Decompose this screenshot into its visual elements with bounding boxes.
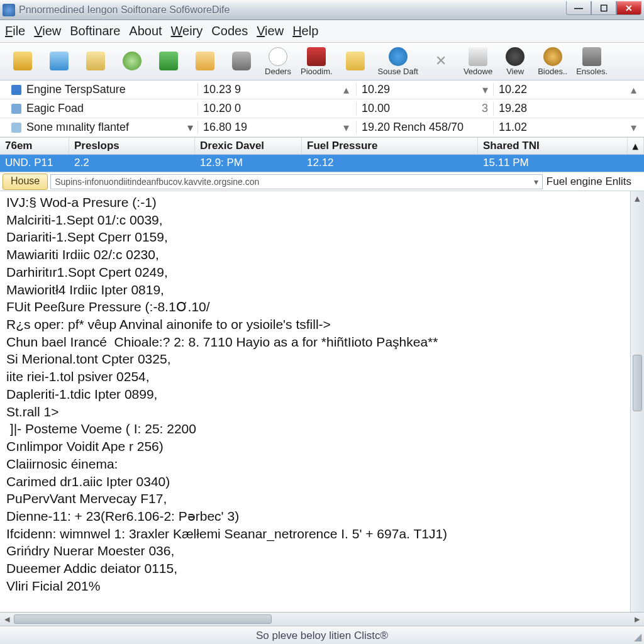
monitor-panel: Engine TerspSature10.23 9▴10.29▾10.22▴Ea… <box>0 80 644 137</box>
path-text: Supins-infonuondiitindeanfbucov.kavvite.… <box>55 177 259 187</box>
menu-boftinare[interactable]: Boftinare <box>70 24 120 38</box>
monitor-v1: 10.20 0 <box>197 102 343 115</box>
toolbar-img[interactable] <box>43 45 75 78</box>
window-titlebar: Pnnormedined Iengon Soiftonare Sof6woreD… <box>0 0 644 20</box>
toolbar-db[interactable] <box>225 45 258 78</box>
toolbar-label: Souse Daft <box>378 67 418 75</box>
toolbar-souse daft[interactable]: Souse Daft <box>375 45 421 78</box>
menu-help[interactable]: Help <box>292 24 318 38</box>
scroll-track[interactable] <box>14 613 630 626</box>
square-icon <box>11 85 21 95</box>
pen-icon <box>469 47 487 66</box>
cell-fuel: 12.12 <box>302 155 478 172</box>
menu-about[interactable]: About <box>129 24 162 38</box>
col-drexic[interactable]: Drexic Davel <box>195 138 302 154</box>
spinner-icon[interactable]: ▾ <box>343 121 356 135</box>
toolbar-label: Biodes.. <box>538 67 567 75</box>
refr-icon <box>123 52 142 70</box>
path-combobox[interactable]: Supins-infonuondiitindeanfbucov.kavvite.… <box>50 174 543 189</box>
monitor-name: Sone mınality flantef <box>26 121 129 134</box>
scroll-up-icon[interactable]: ▴ <box>631 191 644 205</box>
cube-icon <box>582 47 601 66</box>
chevron-down-icon[interactable]: ▾ <box>182 121 197 135</box>
toolbar-label: Deders <box>265 67 291 75</box>
window-buttons: — ☐ ✕ <box>566 4 641 15</box>
table-row-selected[interactable]: UND. P11 2.2 12.9: PM 12.12 15.11 PM <box>0 155 644 172</box>
lock-icon <box>13 52 32 70</box>
maximize-button[interactable]: ☐ <box>591 1 616 15</box>
scroll-thumb[interactable] <box>14 614 272 624</box>
fuel-engine-label: Fuel engine Enlits <box>547 175 631 188</box>
close-button[interactable]: ✕ <box>616 1 641 15</box>
scroll-thumb[interactable] <box>633 355 642 411</box>
minimize-button[interactable]: — <box>566 1 591 15</box>
menu-weiry[interactable]: Weiry <box>171 24 203 38</box>
toolbar-card[interactable] <box>189 45 221 78</box>
gear-icon <box>506 47 525 66</box>
menu-view[interactable]: View <box>257 24 284 38</box>
monitor-v3: 19.28 <box>493 102 628 115</box>
monitor-v1: 16.80 19 <box>197 121 343 134</box>
address-bar: House Supins-infonuondiitindeanfbucov.ka… <box>0 172 644 191</box>
spinner-icon[interactable]: 3 <box>477 102 493 115</box>
monitor-v2: 10.00 <box>356 102 477 115</box>
toolbar-fold[interactable] <box>79 45 112 78</box>
s-icon <box>159 52 178 70</box>
toolbar: DedersPioodim.Souse Daft✕VedoweViewBiode… <box>0 43 644 80</box>
toolbar-vedowe[interactable]: Vedowe <box>461 45 495 78</box>
monitor-v3: 11.02 <box>493 121 628 134</box>
square-icon <box>11 123 21 133</box>
card-icon <box>196 52 214 70</box>
scroll-up-icon[interactable]: ▴ <box>628 138 644 154</box>
toolbar-label: Ensoles. <box>576 67 608 75</box>
menu-file[interactable]: File <box>5 24 25 38</box>
x-icon: ✕ <box>431 52 450 70</box>
status-text: So pleve beloy litien Clistc® <box>256 630 388 642</box>
monitor-row[interactable]: Engine TerspSature10.23 9▴10.29▾10.22▴ <box>0 80 644 99</box>
3-icon <box>269 47 287 66</box>
scroll-right-icon[interactable]: ▸ <box>630 613 644 626</box>
cell-shared: 15.11 PM <box>478 155 644 172</box>
col-preslops[interactable]: Preslops <box>69 138 195 154</box>
monitor-v3: 10.22 <box>493 83 628 96</box>
toolbar-label: View <box>506 67 524 75</box>
menu-view[interactable]: View <box>34 24 61 38</box>
h-icon <box>307 47 326 66</box>
col-fuel[interactable]: Fuel Pressure <box>302 138 478 154</box>
square-icon <box>11 104 21 114</box>
toolbar-deders[interactable]: Deders <box>262 45 294 78</box>
vertical-scrollbar[interactable]: ▴ <box>630 191 644 612</box>
house-button[interactable]: House <box>3 174 48 190</box>
spinner-icon[interactable]: ▴ <box>343 83 356 97</box>
toolbar-s[interactable] <box>152 45 185 78</box>
status-bar: So pleve beloy litien Clistc® ◢ <box>0 626 644 644</box>
horizontal-scrollbar[interactable]: ◂ ▸ <box>0 613 644 626</box>
db-icon <box>232 52 251 70</box>
menu-codes[interactable]: Codes <box>211 24 248 38</box>
toolbar-x[interactable]: ✕ <box>425 45 457 78</box>
fold-icon <box>86 52 105 70</box>
toolbar-view[interactable]: View <box>499 45 531 78</box>
toolbar-pioodim.[interactable]: Pioodim. <box>298 45 335 78</box>
orb-icon <box>543 47 562 66</box>
monitor-row[interactable]: Sone mınality flantef▾16.80 19▾19.20 Ren… <box>0 118 644 137</box>
window-title: Pnnormedined Iengon Soiftonare Sof6woreD… <box>19 4 566 16</box>
toolbar-biodes..[interactable]: Biodes.. <box>535 45 570 78</box>
resize-grip-icon[interactable]: ◢ <box>634 631 641 643</box>
toolbar-lock[interactable] <box>6 45 39 78</box>
spinner-icon[interactable]: ▾ <box>477 83 493 97</box>
spinner-icon[interactable]: ▴ <box>628 83 644 97</box>
img-icon <box>50 52 69 70</box>
toolbar-ensoles.[interactable]: Ensoles. <box>574 45 610 78</box>
scroll-left-icon[interactable]: ◂ <box>0 613 14 626</box>
col-shared[interactable]: Shared TNI <box>478 138 628 154</box>
cell-preslops: 2.2 <box>69 155 195 172</box>
col-76em[interactable]: 76em <box>0 138 69 154</box>
blue-icon <box>389 47 408 66</box>
toolbar-refr[interactable] <box>116 45 148 78</box>
monitor-row[interactable]: Eagic Foad10.20 010.00319.28 <box>0 99 644 118</box>
toolbar-sun[interactable] <box>339 45 372 78</box>
log-text: IVJ:§ Wod-a Presure (:-1) Malciriti-1.Se… <box>0 191 630 612</box>
monitor-v1: 10.23 9 <box>197 83 343 96</box>
spinner-icon[interactable]: ▾ <box>628 121 644 135</box>
